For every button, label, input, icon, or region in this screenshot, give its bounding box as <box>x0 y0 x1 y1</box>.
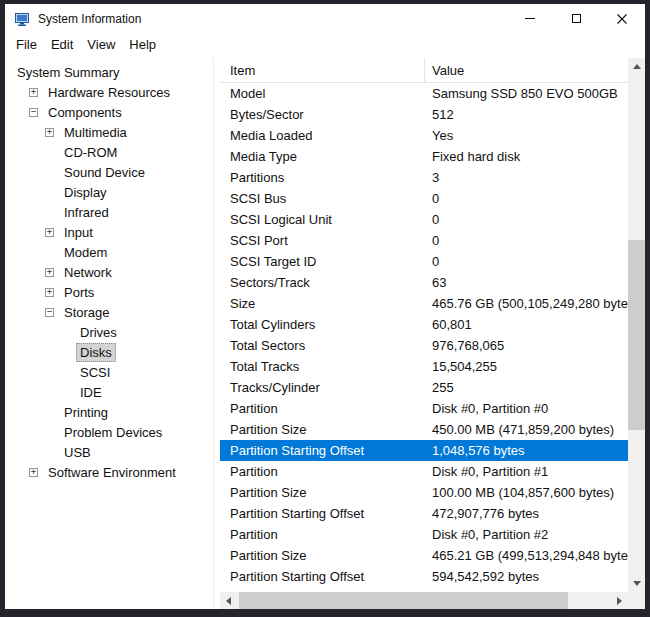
table-row[interactable]: Partition Starting Offset594,542,592 byt… <box>220 566 628 587</box>
scroll-left-button[interactable] <box>220 592 237 609</box>
collapse-minus-icon[interactable]: − <box>45 308 54 317</box>
row-value-cell: Samsung SSD 850 EVO 500GB <box>425 86 628 101</box>
tree-item-storage[interactable]: −Storage <box>9 302 213 322</box>
row-value-cell: 472,907,776 bytes <box>425 506 628 521</box>
row-item-cell: Tracks/Cylinder <box>220 380 425 395</box>
tree-item-network[interactable]: +Network <box>9 262 213 282</box>
tree-item-infrared[interactable]: Infrared <box>9 202 213 222</box>
tree-item-usb[interactable]: USB <box>9 442 213 462</box>
table-row[interactable]: Tracks/Cylinder255 <box>220 377 628 398</box>
table-row[interactable]: Partition Starting Offset472,907,776 byt… <box>220 503 628 524</box>
row-item-cell: SCSI Bus <box>220 191 425 206</box>
close-button[interactable] <box>599 4 645 33</box>
row-value-cell: 1,048,576 bytes <box>425 443 628 458</box>
row-item-cell: Partition Starting Offset <box>220 506 425 521</box>
expand-plus-icon[interactable]: + <box>45 228 54 237</box>
tree-item-scsi[interactable]: SCSI <box>9 362 213 382</box>
column-header-value[interactable]: Value <box>425 58 628 82</box>
tree-item-problem-devices[interactable]: Problem Devices <box>9 422 213 442</box>
horizontal-scroll-thumb[interactable] <box>239 592 568 609</box>
tree-item-modem[interactable]: Modem <box>9 242 213 262</box>
table-row[interactable]: PartitionDisk #0, Partition #1 <box>220 461 628 482</box>
tree-item-input[interactable]: +Input <box>9 222 213 242</box>
tree-item-ide[interactable]: IDE <box>9 382 213 402</box>
table-row[interactable]: Media TypeFixed hard disk <box>220 146 628 167</box>
minimize-button[interactable] <box>507 4 553 33</box>
tree-item-multimedia[interactable]: +Multimedia <box>9 122 213 142</box>
vertical-scroll-track[interactable] <box>628 75 645 575</box>
tree-item-label: Storage <box>60 303 114 322</box>
expand-plus-icon[interactable]: + <box>29 88 38 97</box>
tree-item-label: USB <box>60 443 95 462</box>
expand-plus-icon[interactable]: + <box>45 288 54 297</box>
scroll-right-button[interactable] <box>611 592 628 609</box>
table-row[interactable]: Partition Size450.00 MB (471,859,200 byt… <box>220 419 628 440</box>
tree-item-label: Input <box>60 223 97 242</box>
expand-plus-icon[interactable]: + <box>45 128 54 137</box>
expand-plus-icon[interactable]: + <box>45 268 54 277</box>
vertical-scrollbar[interactable] <box>628 58 645 592</box>
horizontal-scroll-track[interactable] <box>237 592 611 609</box>
table-row[interactable]: Partition Size465.21 GB (499,513,294,848… <box>220 545 628 566</box>
table-row[interactable]: SCSI Logical Unit0 <box>220 209 628 230</box>
table-row[interactable]: Partition Starting Offset1,048,576 bytes <box>220 440 628 461</box>
table-row[interactable]: SCSI Target ID0 <box>220 251 628 272</box>
titlebar[interactable]: System Information <box>5 4 645 33</box>
scroll-down-button[interactable] <box>628 575 645 592</box>
tree-item-label: IDE <box>76 383 106 402</box>
system-information-app-icon <box>14 11 30 27</box>
tree-item-hardware-resources[interactable]: +Hardware Resources <box>9 82 213 102</box>
expand-plus-icon[interactable]: + <box>29 468 38 477</box>
row-item-cell: Model <box>220 86 425 101</box>
tree-item-cd-rom[interactable]: CD-ROM <box>9 142 213 162</box>
maximize-icon <box>572 14 581 23</box>
menu-item-file[interactable]: File <box>9 34 44 55</box>
table-row[interactable]: PartitionDisk #0, Partition #0 <box>220 398 628 419</box>
column-header-item[interactable]: Item <box>220 58 425 82</box>
scroll-up-button[interactable] <box>628 58 645 75</box>
maximize-button[interactable] <box>553 4 599 33</box>
table-row[interactable]: Total Cylinders60,801 <box>220 314 628 335</box>
tree-item-system-summary[interactable]: System Summary <box>9 62 213 82</box>
table-row[interactable]: Bytes/Sector512 <box>220 104 628 125</box>
table-row[interactable]: SCSI Port0 <box>220 230 628 251</box>
row-item-cell: SCSI Port <box>220 233 425 248</box>
arrow-down-icon <box>633 581 641 586</box>
tree-item-display[interactable]: Display <box>9 182 213 202</box>
tree-item-software-environment[interactable]: +Software Environment <box>9 462 213 482</box>
table-row[interactable]: Size465.76 GB (500,105,249,280 bytes) <box>220 293 628 314</box>
table-row[interactable]: Partition Size100.00 MB (104,857,600 byt… <box>220 482 628 503</box>
table-row[interactable]: Media LoadedYes <box>220 125 628 146</box>
table-row[interactable]: ModelSamsung SSD 850 EVO 500GB <box>220 83 628 104</box>
tree-item-label: Printing <box>60 403 112 422</box>
row-value-cell: Disk #0, Partition #2 <box>425 527 628 542</box>
table-row[interactable]: Total Tracks15,504,255 <box>220 356 628 377</box>
details-header: Item Value <box>220 58 628 83</box>
row-item-cell: Partition <box>220 527 425 542</box>
table-row[interactable]: SCSI Bus0 <box>220 188 628 209</box>
table-row[interactable]: Total Sectors976,768,065 <box>220 335 628 356</box>
row-value-cell: 3 <box>425 170 628 185</box>
row-value-cell: 0 <box>425 191 628 206</box>
vertical-scroll-thumb[interactable] <box>628 240 645 430</box>
table-row[interactable]: PartitionDisk #0, Partition #2 <box>220 524 628 545</box>
arrow-left-icon <box>226 597 231 605</box>
menu-item-help[interactable]: Help <box>122 34 163 55</box>
tree-item-printing[interactable]: Printing <box>9 402 213 422</box>
tree-item-ports[interactable]: +Ports <box>9 282 213 302</box>
collapse-minus-icon[interactable]: − <box>29 108 38 117</box>
minimize-icon <box>525 18 535 19</box>
horizontal-scrollbar[interactable] <box>220 592 628 609</box>
tree-item-disks[interactable]: Disks <box>9 342 213 362</box>
menu-item-edit[interactable]: Edit <box>44 34 80 55</box>
menu-item-view[interactable]: View <box>80 34 122 55</box>
row-item-cell: Size <box>220 296 425 311</box>
row-item-cell: Media Loaded <box>220 128 425 143</box>
table-row[interactable]: Sectors/Track63 <box>220 272 628 293</box>
tree-item-sound-device[interactable]: Sound Device <box>9 162 213 182</box>
table-row[interactable]: Partitions3 <box>220 167 628 188</box>
row-value-cell: 0 <box>425 233 628 248</box>
tree-item-components[interactable]: −Components <box>9 102 213 122</box>
tree-item-label: Hardware Resources <box>44 83 174 102</box>
tree-item-drives[interactable]: Drives <box>9 322 213 342</box>
